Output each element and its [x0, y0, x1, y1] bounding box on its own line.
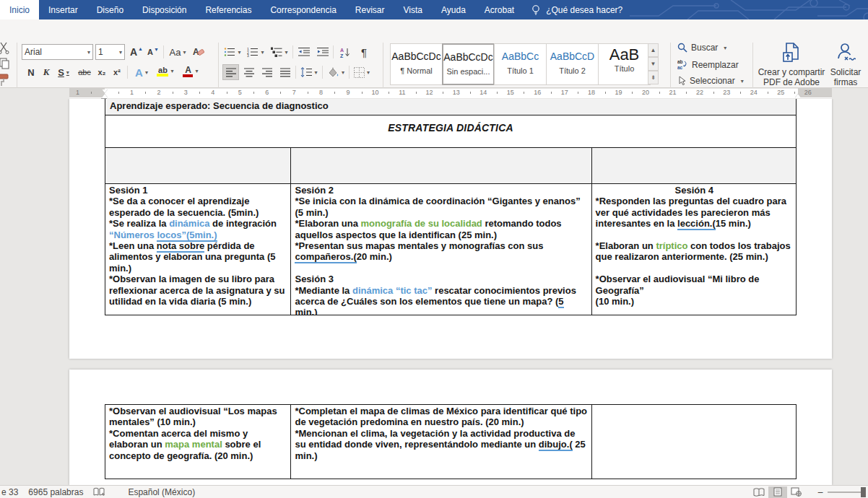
page-indicator[interactable]: e 33: [1, 487, 18, 497]
proofing-status[interactable]: [93, 487, 105, 497]
font-color-icon: A: [183, 65, 193, 77]
align-center-button[interactable]: [240, 64, 257, 80]
first-line-indent-marker[interactable]: [102, 89, 108, 93]
cell-completan-mapa[interactable]: *Completan el mapa de climas de México p…: [291, 405, 591, 479]
chevron-down-icon: ▾: [119, 49, 122, 56]
style-sin-espaci-[interactable]: AaBbCcDcSin espaci...: [442, 43, 495, 85]
read-mode-icon: [753, 488, 765, 497]
decrease-indent-icon: [298, 47, 310, 57]
ruler-tick: [578, 92, 578, 94]
tell-me[interactable]: ¿Qué desea hacer?: [524, 0, 630, 19]
font-name-combo[interactable]: Arial▾: [22, 44, 93, 60]
style-título-1[interactable]: AaBbCcTítulo 1: [494, 43, 547, 85]
increase-indent-button[interactable]: [314, 44, 331, 60]
web-layout-button[interactable]: [787, 486, 806, 498]
shading-button[interactable]: ▾: [325, 64, 347, 80]
read-mode-button[interactable]: [750, 486, 768, 498]
status-bar: e 33 6965 palabras Español (México) −: [0, 485, 868, 498]
tab-revisar[interactable]: Revisar: [346, 0, 394, 19]
decrease-indent-button[interactable]: [295, 44, 313, 60]
borders-button[interactable]: ▾: [351, 64, 373, 80]
table-row[interactable]: ESTRATEGIA DIDÁCTICA: [105, 115, 797, 148]
font-color-button[interactable]: A▾: [180, 63, 201, 79]
style--normal[interactable]: AaBbCcDc¶ Normal: [390, 43, 443, 85]
table-body-row[interactable]: *Observan el audiovisual “Los mapas ment…: [105, 404, 797, 479]
align-right-button[interactable]: [259, 64, 275, 80]
zoom-slider-handle[interactable]: [861, 487, 866, 497]
table-header-row[interactable]: [105, 148, 797, 184]
create-pdf-button[interactable]: Crear y compartirPDF de Adobe: [757, 43, 826, 87]
cell-sesion-4[interactable]: Sesión 4*Responden las preguntas del cua…: [592, 184, 796, 315]
copy-icon[interactable]: [0, 57, 11, 70]
styles-scroll-up[interactable]: ▲: [648, 43, 659, 57]
superscript-button[interactable]: x²: [110, 64, 124, 80]
tab-referencias[interactable]: Referencias: [196, 0, 261, 19]
signature-person-icon: [836, 43, 856, 64]
format-painter-icon[interactable]: [0, 73, 11, 87]
cell-sesion-1[interactable]: Sesión 1*Se da a conocer el aprendizaje …: [105, 184, 291, 315]
select-button[interactable]: Seleccionar▾: [677, 76, 744, 86]
find-button[interactable]: Buscar▾: [677, 43, 726, 53]
styles-scroll-down[interactable]: ▼: [648, 57, 659, 71]
tab-diseño[interactable]: Diseño: [87, 0, 133, 19]
header-para-empezar: [105, 148, 291, 183]
borders-icon: [354, 67, 365, 78]
hanging-indent-marker[interactable]: [102, 94, 108, 97]
multilevel-list-button[interactable]: ▾: [269, 44, 290, 60]
numbered-list-button[interactable]: 123▾: [245, 44, 266, 60]
replace-button[interactable]: abac Reemplazar: [677, 59, 739, 70]
ruler-tick: [768, 92, 768, 94]
styles-more-button[interactable]: ⇟: [648, 71, 659, 84]
cell-sesion-2-3[interactable]: Sesión 2*Se inicia con la dinámica de co…: [291, 184, 591, 315]
document-canvas[interactable]: Aprendizaje esperado: Secuencia de diagn…: [0, 99, 868, 485]
style-título[interactable]: AaBTítulo: [598, 43, 651, 85]
language-indicator[interactable]: Español (México): [128, 487, 195, 497]
tab-vista[interactable]: Vista: [394, 0, 432, 19]
chevron-down-icon: ▾: [87, 49, 90, 56]
show-marks-button[interactable]: ¶: [357, 44, 371, 60]
word-count[interactable]: 6965 palabras: [28, 487, 83, 497]
tab-inicio[interactable]: Inicio: [0, 0, 39, 19]
bold-button[interactable]: N: [25, 64, 38, 80]
align-left-button[interactable]: [222, 64, 239, 80]
zoom-slider[interactable]: [828, 492, 864, 493]
font-size-combo[interactable]: 1▾: [95, 44, 125, 60]
underline-button[interactable]: S▾: [54, 64, 73, 80]
text-effects-button[interactable]: A▾: [131, 64, 152, 80]
clear-formatting-button[interactable]: A: [190, 44, 207, 60]
right-indent-marker[interactable]: [795, 94, 801, 97]
tab-disposición[interactable]: Disposición: [133, 0, 196, 19]
ruler-number: 19: [615, 89, 622, 96]
tab-acrobat[interactable]: Acrobat: [475, 0, 524, 19]
cut-icon[interactable]: [0, 41, 11, 54]
ruler-number: 1: [130, 89, 134, 96]
style-name: Título 1: [495, 66, 546, 75]
tab-insertar[interactable]: Insertar: [39, 0, 87, 19]
shrink-font-button[interactable]: A▼: [146, 44, 160, 60]
cell-observan-audiovisual[interactable]: *Observan el audiovisual “Los mapas ment…: [105, 405, 291, 479]
request-signatures-button[interactable]: Solicitarfirmas: [828, 43, 864, 87]
line-spacing-button[interactable]: ▾: [298, 64, 320, 80]
horizontal-ruler[interactable]: 1123456789101112131415161718192021222324…: [0, 88, 868, 99]
subscript-button[interactable]: x₂: [95, 64, 109, 80]
change-case-button[interactable]: Aa▾: [167, 44, 188, 60]
header-para-terminar: [592, 148, 796, 183]
tab-ayuda[interactable]: Ayuda: [432, 0, 475, 19]
grow-font-button[interactable]: A▲: [129, 44, 144, 60]
zoom-out-button[interactable]: −: [817, 486, 823, 498]
strikethrough-button[interactable]: abc: [75, 64, 94, 80]
ruler-number: 16: [534, 89, 541, 96]
cell-empty[interactable]: [592, 405, 796, 479]
table-body-row[interactable]: Sesión 1*Se da a conocer el aprendizaje …: [105, 184, 797, 315]
sort-button[interactable]: AZ: [336, 44, 355, 60]
style-título-2[interactable]: AaBbCcDTítulo 2: [546, 43, 599, 85]
print-layout-button[interactable]: [768, 486, 787, 498]
style-preview: AaBbCcDc: [391, 51, 442, 62]
highlight-button[interactable]: ab▾: [154, 63, 177, 79]
tab-correspondencia[interactable]: Correspondencia: [261, 0, 345, 19]
italic-button[interactable]: K: [40, 64, 53, 80]
lightbulb-icon: [531, 4, 541, 16]
justify-button[interactable]: [277, 64, 293, 80]
bullet-list-button[interactable]: ▾: [222, 44, 243, 60]
table-row[interactable]: Aprendizaje esperado: Secuencia de diagn…: [105, 99, 797, 115]
